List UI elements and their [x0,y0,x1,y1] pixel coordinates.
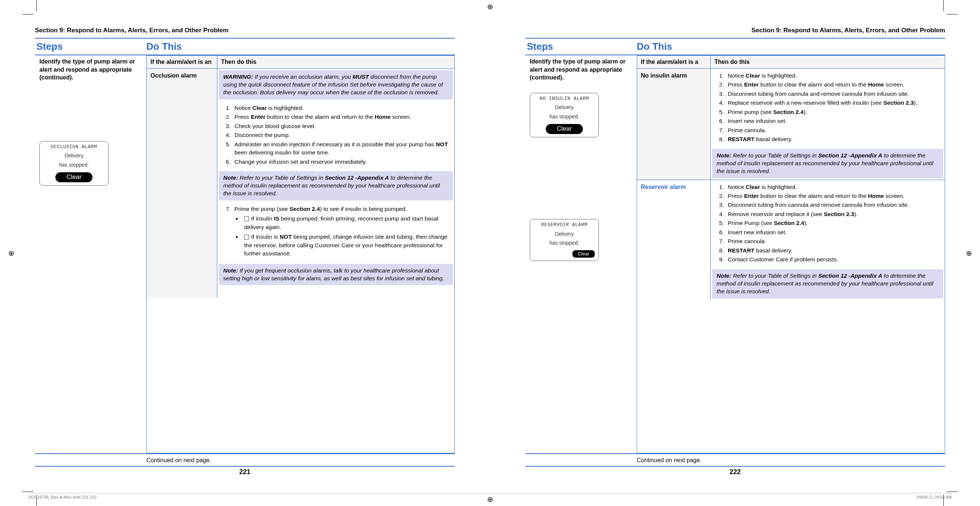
note-box: Note: Refer to your Table of Settings in… [219,171,453,200]
pump-screen-no-insulin: NO INSULIN ALARM Delivery has stopped. C… [530,93,599,137]
alarm-type: No insulin alarm [637,69,711,180]
note-box: Note: If you get frequent occlusion alar… [219,264,453,286]
instructions-cell: Notice Clear is highlighted. Press Enter… [711,180,945,300]
steps-heading: Steps [525,41,637,52]
registration-mark-icon: ⊕ [485,2,495,11]
pump-clear-button: Clear [573,250,595,258]
note-box: Note: Refer to your Table of Settings in… [712,269,943,298]
instructions-cell: WARNING: If you receive an occlusion ala… [217,69,454,298]
instructions-cell: Notice Clear is highlighted. Press Enter… [711,69,945,180]
footer-timestamp: 2/9/09 11:29:54 AM [916,495,952,499]
do-this-heading: Do This [146,41,455,52]
pump-clear-button: Clear [546,124,583,134]
checkbox-icon [244,235,249,240]
section-title: Section 9: Respond to Alarms, Alerts, Er… [525,27,945,34]
warning-note: WARNING: If you receive an occlusion ala… [219,70,453,100]
checkbox-icon [244,216,249,221]
alarm-type: Occlusion alarm [147,69,217,298]
registration-mark-icon: ⊕ [964,249,973,258]
pump-screen-occlusion: OCCLUSION ALARM Delivery has stopped. Cl… [40,141,108,186]
do-this-table: If the alarm/alert is an Then do this Oc… [146,56,455,453]
continued-text: Continued on next page. [525,453,945,465]
table-header-alarm: If the alarm/alert is an [147,56,217,68]
page-222: Section 9: Respond to Alarms, Alerts, Er… [525,27,945,476]
steps-heading: Steps [35,41,146,52]
steps-description: Identify the type of pump alarm or alert… [525,56,637,453]
continued-text: Continued on next page. [35,453,455,465]
footer-file: DOC15736_Rev-A-Man.indd 221-222 [28,495,97,499]
table-header-alarm: If the alarm/alert is a [637,56,711,68]
section-title: Section 9: Respond to Alarms, Alerts, Er… [35,27,455,34]
print-footer: DOC15736_Rev-A-Man.indd 221-222 2/9/09 1… [28,493,952,499]
steps-description: Identify the type of pump alarm or alert… [35,56,146,453]
pump-clear-button: Clear [55,172,92,182]
page-221: Section 9: Respond to Alarms, Alerts, Er… [35,27,455,476]
page-number: 221 [35,466,455,476]
note-box: Note: Refer to your Table of Settings in… [712,149,943,178]
pump-screen-reservoir: RESERVOIR ALARM Delivery has stopped. Cl… [530,219,599,261]
do-this-table: If the alarm/alert is a Then do this No … [637,56,945,453]
table-header-then: Then do this [711,56,945,68]
alarm-type: Reservoir alarm [637,180,711,300]
registration-mark-icon: ⊕ [7,249,16,258]
page-number: 222 [525,466,945,476]
table-header-then: Then do this [217,56,454,68]
do-this-heading: Do This [637,41,945,52]
